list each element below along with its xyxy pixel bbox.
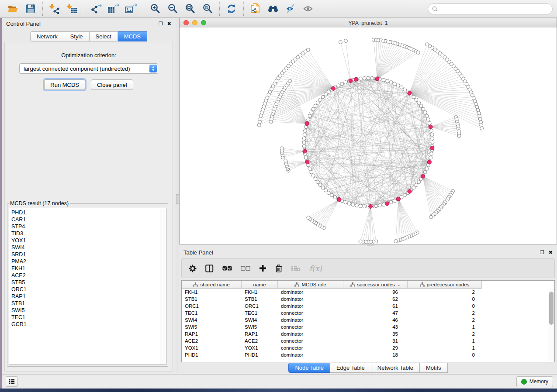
- show-column-button[interactable]: [205, 265, 214, 272]
- mcds-result-item[interactable]: PHD1: [11, 209, 166, 216]
- table-row[interactable]: SWI4 SWI4 dominator 46 2: [182, 316, 548, 323]
- deselect-all-button[interactable]: [241, 266, 250, 271]
- mcds-result-item[interactable]: GCR1: [11, 321, 166, 328]
- zoom-in-button[interactable]: [146, 1, 164, 16]
- table-row[interactable]: RAP1 RAP1 dominator 35 2: [182, 330, 548, 337]
- table-settings-button[interactable]: [189, 265, 197, 272]
- maximize-window-icon[interactable]: [201, 20, 206, 25]
- minimize-window-icon[interactable]: [192, 20, 197, 25]
- splitter-grip[interactable]: [176, 194, 179, 204]
- table-tab[interactable]: Motifs: [420, 363, 448, 373]
- cell-successor-nodes: 29: [343, 345, 408, 351]
- mcds-result-item[interactable]: SRD1: [11, 251, 166, 258]
- close-panel-icon[interactable]: ✖: [167, 21, 171, 26]
- show-hidden-button[interactable]: [299, 1, 317, 16]
- cell-predecessor-nodes: 2: [408, 310, 482, 316]
- save-session-button[interactable]: [22, 1, 39, 16]
- cell-name: YOX1: [242, 345, 278, 351]
- task-history-button[interactable]: [6, 376, 18, 387]
- open-session-button[interactable]: [4, 1, 22, 16]
- column-header-predecessor-nodes[interactable]: predecessor nodes: [408, 281, 482, 289]
- fx-icon: f(x): [309, 264, 322, 273]
- mcds-result-item[interactable]: FKH1: [11, 265, 166, 272]
- criterion-select[interactable]: largest connected component (undirected)…: [19, 63, 158, 74]
- table-row[interactable]: TEC1 TEC1 connector 47 2: [182, 309, 548, 316]
- search-input[interactable]: [440, 5, 548, 12]
- mcds-result-item[interactable]: SWI4: [11, 244, 166, 251]
- table-row[interactable]: FKH1 FKH1 dominator 96 2: [182, 289, 548, 296]
- column-type-icon: [350, 282, 355, 287]
- mcds-result-item[interactable]: STB5: [11, 279, 166, 286]
- control-panel-tab[interactable]: Style: [64, 31, 90, 41]
- column-header-shared-name[interactable]: shared name: [182, 281, 242, 289]
- import-network-button[interactable]: [46, 1, 63, 16]
- close-panel-icon[interactable]: ✖: [549, 250, 553, 255]
- control-panel-tab[interactable]: MCDS: [118, 31, 147, 41]
- table-tab[interactable]: Edge Table: [330, 363, 371, 373]
- table-row[interactable]: SWI5 SWI5 connector 43 1: [182, 323, 548, 330]
- mcds-result-item[interactable]: SWI5: [11, 307, 166, 314]
- mcds-result-item[interactable]: CAR1: [11, 216, 166, 223]
- mcds-result-item[interactable]: ACE2: [11, 272, 166, 279]
- column-type-icon: [420, 282, 425, 287]
- refresh-view-button[interactable]: [223, 1, 240, 16]
- run-mcds-button[interactable]: Run MCDS: [44, 79, 85, 90]
- hide-graphics-details-button[interactable]: [282, 1, 299, 16]
- network-canvas[interactable]: [180, 28, 557, 244]
- column-header-successor-nodes[interactable]: successor nodes ⌄: [343, 281, 408, 289]
- table-tab[interactable]: Node Table: [288, 363, 330, 373]
- function-builder-button[interactable]: f(x): [309, 264, 322, 273]
- delete-column-button[interactable]: [275, 265, 282, 272]
- eye-slash-icon: [285, 4, 296, 14]
- scrollbar-thumb[interactable]: [549, 292, 554, 325]
- window-controls: [183, 20, 206, 25]
- export-image-button[interactable]: [122, 1, 140, 16]
- share-network-button[interactable]: [247, 1, 264, 16]
- mcds-result-list[interactable]: PHD1 CAR1 STP4 TID3 YOX1 SWI4 SRD1 PMA2: [9, 208, 166, 365]
- network-graph[interactable]: [180, 28, 557, 244]
- zoom-selected-button[interactable]: [199, 1, 216, 16]
- splitter-grip[interactable]: [367, 245, 374, 246]
- table-scrollbar[interactable]: [548, 289, 554, 362]
- float-panel-icon[interactable]: ❐: [540, 250, 544, 255]
- table-panel-title: Table Panel: [183, 249, 213, 256]
- table-row[interactable]: STB1 STB1 dominator 62 0: [182, 296, 548, 303]
- float-panel-icon[interactable]: ❐: [159, 21, 163, 26]
- gear-icon: [189, 265, 197, 272]
- close-window-icon[interactable]: [183, 20, 189, 25]
- vertical-splitter[interactable]: [176, 18, 179, 373]
- mcds-result-item[interactable]: STB1: [11, 300, 166, 307]
- mcds-result-item[interactable]: YOX1: [11, 237, 166, 244]
- mcds-result-item[interactable]: RAP1: [11, 293, 166, 300]
- column-header-name[interactable]: name: [242, 281, 278, 289]
- cell-shared-name: ORC1: [182, 303, 242, 309]
- column-header-mcds-role[interactable]: MCDS role: [278, 281, 343, 289]
- select-all-button[interactable]: [222, 266, 232, 271]
- result-list-scrollbar[interactable]: [160, 208, 166, 364]
- zoom-fit-button[interactable]: [181, 1, 199, 16]
- network-window-titlebar[interactable]: YPA_prune.txt_1: [180, 18, 557, 28]
- mcds-result-item[interactable]: PMA2: [11, 258, 166, 265]
- close-panel-button[interactable]: Close panel: [91, 79, 133, 90]
- mcds-result-item[interactable]: TEC1: [11, 314, 166, 321]
- table-row[interactable]: ORC1 ORC1 dominator 61 0: [182, 303, 548, 309]
- export-table-button[interactable]: [105, 1, 122, 16]
- mcds-result-item[interactable]: STP4: [11, 223, 166, 230]
- search-databases-button[interactable]: [264, 1, 282, 16]
- mcds-result-item[interactable]: ORC1: [11, 286, 166, 293]
- delete-table-button[interactable]: [291, 265, 301, 272]
- create-column-button[interactable]: [259, 265, 266, 272]
- table-row[interactable]: ACE2 ACE2 connector 31 1: [182, 337, 548, 344]
- zoom-out-button[interactable]: [164, 1, 181, 16]
- memory-button[interactable]: Memory: [516, 376, 553, 387]
- import-table-button[interactable]: [63, 1, 81, 16]
- eye-icon: [302, 4, 314, 14]
- table-row[interactable]: PHD1 PHD1 dominator 18 0: [182, 351, 548, 358]
- table-row[interactable]: YOX1 YOX1 connector 29 1: [182, 344, 548, 351]
- mcds-result-item[interactable]: TID3: [11, 230, 166, 237]
- table-tab[interactable]: Network Table: [371, 363, 420, 373]
- control-panel-tab[interactable]: Network: [30, 31, 64, 41]
- export-table-icon: [107, 3, 120, 14]
- export-network-button[interactable]: [87, 1, 105, 16]
- control-panel-tab[interactable]: Select: [90, 31, 118, 41]
